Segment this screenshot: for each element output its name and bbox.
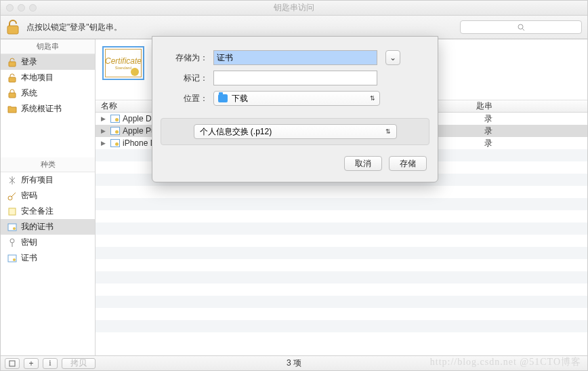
- row-name: Apple De: [123, 114, 156, 123]
- all-items-icon: [7, 176, 17, 185]
- unlock-icon: [7, 73, 17, 83]
- svg-rect-5: [9, 93, 16, 98]
- sidebar-item-label: 系统根证书: [21, 103, 62, 115]
- cert-icon: [110, 127, 120, 135]
- col-name[interactable]: 名称: [101, 100, 117, 112]
- sidebar-item-label: 我的证书: [21, 221, 54, 233]
- sidebar-cat-keys[interactable]: 密钥: [1, 235, 95, 250]
- svg-rect-3: [9, 62, 16, 66]
- search-icon: [518, 24, 525, 31]
- keychain-window: 钥匙串访问 点按以锁定"登录"钥匙串。 钥匙串 登录 本地项目 系统: [0, 0, 588, 371]
- svg-rect-8: [9, 208, 16, 215]
- svg-point-11: [10, 239, 14, 243]
- cancel-button[interactable]: 取消: [344, 156, 382, 171]
- sidebar-item-label: 密钥: [21, 237, 37, 248]
- sidebar-section-keychains: 钥匙串: [1, 39, 95, 54]
- cert-icon: [110, 115, 120, 123]
- save-button[interactable]: 存储: [389, 156, 427, 171]
- lock-toggle-button[interactable]: [6, 19, 20, 35]
- search-input[interactable]: [460, 20, 582, 34]
- svg-rect-0: [7, 26, 18, 34]
- cert-thumbnail: Certificate Standard: [102, 46, 144, 80]
- format-value: 个人信息交换 (.p12): [200, 126, 272, 138]
- cert-icon: [7, 222, 17, 232]
- disclosure-triangle-icon[interactable]: ▶: [101, 128, 108, 134]
- keypair-icon: [7, 238, 17, 248]
- save-sheet: 存储为： ⌄ 标记： 位置： 下载 ⇅ 个人信息交换 (.p12) ⇅ 取消 存…: [152, 36, 438, 182]
- save-as-label: 存储为：: [159, 52, 213, 64]
- disclosure-triangle-icon[interactable]: ▶: [101, 115, 108, 122]
- sidebar: 钥匙串 登录 本地项目 系统 系统根证书 种类 所有项目: [1, 39, 96, 355]
- save-label: 存储: [400, 158, 416, 170]
- cert-thumb-line2: Standard: [115, 66, 131, 70]
- sidebar-cat-passwords[interactable]: 密码: [1, 188, 95, 203]
- format-popup[interactable]: 个人信息交换 (.p12) ⇅: [194, 124, 397, 139]
- sidebar-item-label: 安全备注: [21, 206, 54, 217]
- sidebar-cat-notes[interactable]: 安全备注: [1, 203, 95, 219]
- tags-input[interactable]: [213, 71, 377, 85]
- row-name: iPhone D: [123, 138, 156, 148]
- sidebar-item-label: 证书: [21, 252, 37, 264]
- sidebar-keychain-system[interactable]: 系统: [1, 85, 95, 101]
- svg-point-10: [13, 227, 16, 230]
- sidebar-cat-mycerts[interactable]: 我的证书: [1, 219, 95, 235]
- lock-hint-text: 点按以锁定"登录"钥匙串。: [26, 22, 122, 33]
- sidebar-cat-all[interactable]: 所有项目: [1, 172, 95, 188]
- sidebar-keychain-systemroots[interactable]: 系统根证书: [1, 101, 95, 117]
- sidebar-section-category: 种类: [1, 157, 95, 172]
- sidebar-item-label: 系统: [21, 87, 37, 99]
- col-keychain[interactable]: 匙串: [476, 100, 492, 112]
- key-icon: [7, 191, 17, 201]
- cancel-label: 取消: [355, 158, 371, 170]
- note-icon: [7, 207, 17, 216]
- svg-line-7: [12, 193, 16, 197]
- svg-point-1: [518, 24, 523, 29]
- row-keychain: 录: [484, 138, 492, 149]
- updown-icon: ⇅: [385, 128, 391, 135]
- row-keychain: 录: [484, 113, 492, 125]
- sidebar-item-label: 登录: [21, 56, 37, 68]
- sidebar-keychain-login[interactable]: 登录: [1, 54, 95, 70]
- where-value: 下载: [232, 93, 248, 104]
- watermark-text: http://blog.csdn.net @51CTO博客: [430, 356, 581, 368]
- disclosure-triangle-icon[interactable]: ▶: [101, 140, 108, 147]
- tags-label: 标记：: [159, 73, 213, 84]
- where-label: 位置：: [159, 93, 213, 104]
- unlock-icon: [7, 20, 19, 35]
- svg-rect-4: [9, 77, 16, 82]
- sidebar-item-label: 密码: [21, 190, 37, 201]
- cert-seal-icon: [131, 68, 139, 76]
- sidebar-cat-certs[interactable]: 证书: [1, 250, 95, 266]
- folder-icon: [218, 94, 228, 102]
- sidebar-item-label: 所有项目: [21, 174, 54, 186]
- row-keychain: 录: [484, 125, 492, 137]
- row-name: Apple Pu: [123, 126, 156, 136]
- updown-icon: ⇅: [370, 95, 375, 102]
- window-title: 钥匙串访问: [1, 2, 587, 14]
- where-popup[interactable]: 下载 ⇅: [213, 91, 380, 106]
- svg-point-14: [13, 258, 16, 261]
- titlebar: 钥匙串访问: [1, 1, 587, 16]
- chevron-down-icon: ⌄: [390, 53, 396, 62]
- sidebar-keychain-local[interactable]: 本地项目: [1, 70, 95, 85]
- folder-icon: [7, 104, 17, 114]
- save-as-input[interactable]: [213, 50, 377, 65]
- cert-thumb-line1: Certificate: [105, 56, 142, 66]
- cert-icon: [7, 254, 17, 263]
- unlock-icon: [7, 58, 17, 67]
- cert-icon: [110, 139, 120, 147]
- expand-button[interactable]: ⌄: [385, 50, 400, 65]
- sidebar-item-label: 本地项目: [21, 72, 54, 83]
- lock-icon: [7, 89, 17, 98]
- format-section: 个人信息交换 (.p12) ⇅: [161, 118, 429, 145]
- svg-line-2: [522, 28, 524, 31]
